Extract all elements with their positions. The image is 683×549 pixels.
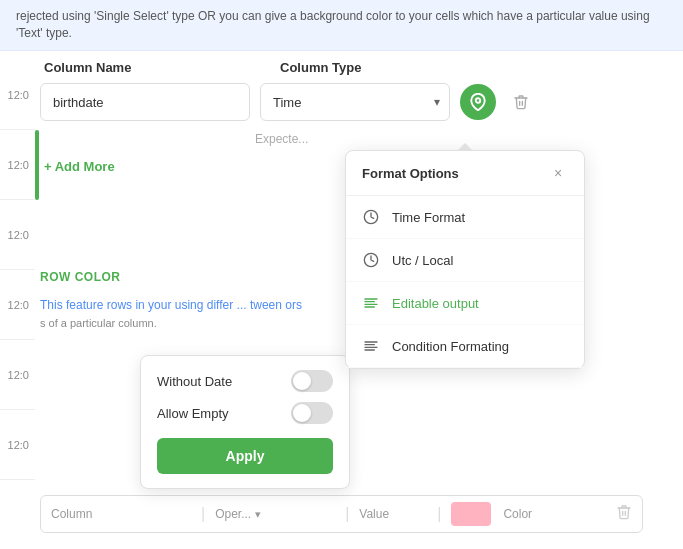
add-more-button[interactable]: + Add More — [44, 159, 115, 174]
filter-oper-label: Oper... — [215, 507, 251, 521]
without-date-row: Without Date — [157, 370, 333, 392]
time-label: 12:0 — [0, 60, 35, 130]
without-date-toggle[interactable] — [291, 370, 333, 392]
add-more-label: + Add More — [44, 159, 115, 174]
notice-text: rejected using 'Single Select' type OR y… — [16, 9, 650, 40]
column-type-wrapper: Time Text Date Single Select ▾ — [260, 83, 450, 121]
time-label: 12:0 — [0, 130, 35, 200]
popup-header: Format Options × — [346, 151, 584, 196]
column-name-input[interactable] — [40, 83, 250, 121]
utc-local-item[interactable]: Utc / Local — [346, 239, 584, 282]
allow-empty-toggle[interactable] — [291, 402, 333, 424]
toggle-panel: Without Date Allow Empty Apply — [140, 355, 350, 489]
time-label: 12:0 — [0, 200, 35, 270]
filter-oper-wrapper[interactable]: Oper... ▾ — [215, 507, 335, 521]
time-format-label: Time Format — [392, 210, 465, 225]
format-options-popup: Format Options × Time Format Utc / Loc — [345, 150, 585, 369]
clock-icon-2 — [362, 251, 380, 269]
condition-formating-label: Condition Formating — [392, 339, 509, 354]
filter-divider-2: | — [345, 505, 349, 523]
time-label: 12:0 — [0, 270, 35, 340]
allow-empty-row: Allow Empty — [157, 402, 333, 424]
popup-title: Format Options — [362, 166, 459, 181]
column-type-select[interactable]: Time Text Date Single Select — [260, 83, 450, 121]
column-name-header: Column Name — [44, 60, 264, 75]
utc-local-label: Utc / Local — [392, 253, 453, 268]
text-icon — [362, 294, 380, 312]
time-format-item[interactable]: Time Format — [346, 196, 584, 239]
filter-color-label: Color — [503, 507, 532, 521]
filter-delete-button[interactable] — [616, 504, 632, 524]
svg-point-0 — [476, 98, 481, 103]
editable-output-item[interactable]: Editable output — [346, 282, 584, 325]
trash-icon — [513, 94, 529, 110]
row-color-description: This feature rows in your using differ .… — [40, 296, 340, 332]
expected-label: Expecte... — [255, 132, 308, 146]
notice-banner: rejected using 'Single Select' type OR y… — [0, 0, 683, 51]
condition-formating-item[interactable]: Condition Formating — [346, 325, 584, 368]
column-type-header: Column Type — [280, 60, 480, 75]
time-label: 12:0 — [0, 410, 35, 480]
filter-value-label: Value — [359, 507, 427, 521]
filter-color-swatch[interactable] — [451, 502, 491, 526]
green-accent-bar — [35, 130, 39, 200]
trash-icon-2 — [616, 504, 632, 520]
time-label: 12:0 — [0, 340, 35, 410]
filter-divider-1: | — [201, 505, 205, 523]
clock-icon — [362, 208, 380, 226]
text-icon-2 — [362, 337, 380, 355]
filter-column-label: Column — [51, 507, 191, 521]
format-options-button[interactable] — [460, 84, 496, 120]
popup-arrow — [457, 143, 473, 151]
popup-close-button[interactable]: × — [548, 163, 568, 183]
filter-divider-3: | — [437, 505, 441, 523]
close-icon: × — [554, 165, 562, 181]
allow-empty-label: Allow Empty — [157, 406, 229, 421]
editable-output-label: Editable output — [392, 296, 479, 311]
chevron-down-icon-2: ▾ — [255, 508, 261, 521]
without-date-label: Without Date — [157, 374, 232, 389]
time-rows: 12:0 12:0 12:0 12:0 12:0 12:0 — [0, 60, 35, 480]
pin-icon — [469, 93, 487, 111]
column-headers: Column Name Column Type — [40, 60, 600, 75]
delete-column-button[interactable] — [506, 87, 536, 117]
column-row: Time Text Date Single Select ▾ — [40, 83, 600, 121]
apply-button[interactable]: Apply — [157, 438, 333, 474]
filter-row: Column | Oper... ▾ | Value | Color — [40, 495, 643, 533]
apply-label: Apply — [226, 448, 265, 464]
main-content: rejected using 'Single Select' type OR y… — [0, 0, 683, 549]
